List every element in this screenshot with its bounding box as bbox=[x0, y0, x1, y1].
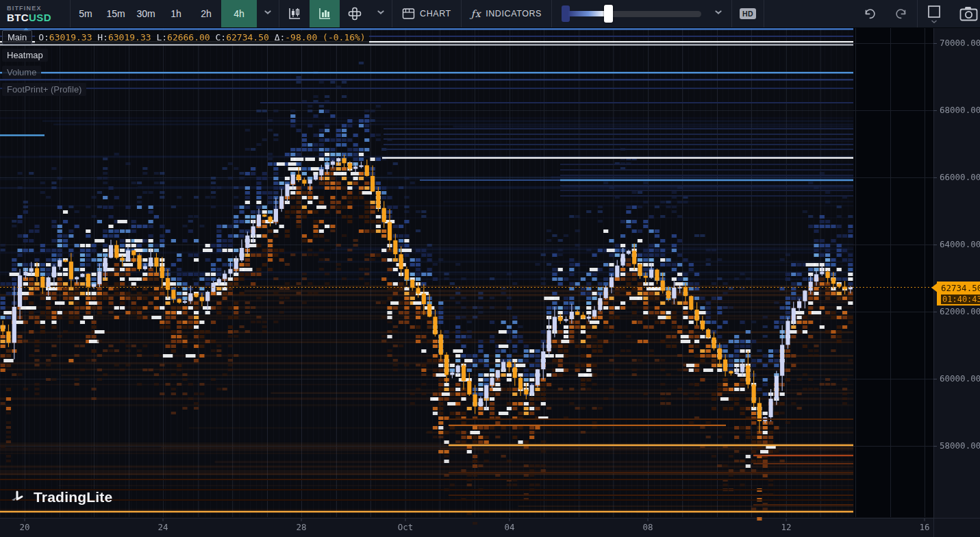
heatmap-chart-type-button[interactable] bbox=[310, 0, 340, 27]
fx-icon: ƒx bbox=[471, 8, 481, 19]
timeframe-5m[interactable]: 5m bbox=[71, 0, 101, 27]
price-tick-label: 68000.00 bbox=[940, 105, 980, 115]
screenshot-button[interactable] bbox=[951, 0, 980, 27]
price-tick bbox=[933, 110, 937, 111]
slider-gradient bbox=[568, 11, 605, 16]
change-value: -98.00 bbox=[285, 32, 317, 42]
heatmap-intensity-slider[interactable] bbox=[562, 5, 705, 23]
price-tick-label: 64000.00 bbox=[940, 239, 980, 249]
price-tick-label: 66000.00 bbox=[940, 172, 980, 182]
low-value: 62666.00 bbox=[167, 32, 210, 42]
price-tick bbox=[933, 177, 937, 178]
chart-type-dropdown-button[interactable] bbox=[370, 0, 392, 27]
change-pct-value: (-0.16%) bbox=[323, 32, 366, 42]
time-tick-label: 20 bbox=[19, 522, 29, 532]
chart-button[interactable]: CHART bbox=[392, 0, 461, 27]
timeframe-4h[interactable]: 4h bbox=[221, 0, 257, 27]
symbol-quote: USD bbox=[29, 12, 51, 23]
redo-button[interactable] bbox=[885, 0, 917, 27]
time-tick-label: Oct bbox=[398, 522, 414, 532]
time-tick-label: 28 bbox=[296, 522, 306, 532]
price-tick bbox=[933, 312, 937, 312]
slider-handle[interactable] bbox=[604, 5, 613, 23]
symbol-pair: BTCUSD bbox=[7, 12, 62, 23]
time-tick-label: 08 bbox=[642, 522, 653, 532]
chevron-down-icon bbox=[264, 12, 271, 16]
toolbar: BITFINEX BTCUSD 5m 15m 30m 1h 2h 4h bbox=[0, 0, 980, 28]
layer-pattern-button[interactable] bbox=[340, 0, 370, 27]
slider-track[interactable] bbox=[605, 11, 701, 17]
hd-toggle-button[interactable]: HD bbox=[732, 0, 764, 27]
layer-heatmap[interactable]: Heatmap bbox=[2, 49, 48, 62]
price-tick bbox=[933, 379, 937, 379]
indicators-button[interactable]: ƒx INDICATORS bbox=[462, 0, 551, 27]
layer-main[interactable]: Main bbox=[2, 30, 32, 45]
layer-footprint[interactable]: FootPrint+ (Profile) bbox=[2, 83, 86, 96]
close-value: 62734.50 bbox=[226, 32, 269, 42]
time-tick-label: 16 bbox=[919, 522, 929, 532]
heatmap-intensity-control bbox=[552, 0, 731, 27]
candlestick-chart-type-button[interactable] bbox=[279, 0, 310, 27]
camera-icon bbox=[959, 6, 980, 21]
timeframe-dropdown-button[interactable] bbox=[257, 0, 279, 27]
histogram-icon bbox=[317, 6, 332, 21]
last-price-value: 62734.50 bbox=[937, 282, 980, 294]
indicators-button-label: INDICATORS bbox=[486, 9, 542, 18]
symbol-selector[interactable]: BITFINEX BTCUSD bbox=[0, 0, 70, 27]
time-tick-label: 24 bbox=[158, 522, 168, 532]
toolbar-spacer bbox=[764, 0, 854, 27]
layer-volume[interactable]: Volume bbox=[2, 66, 41, 79]
watermark-text: TradingLite bbox=[34, 489, 112, 505]
time-tick-label: 04 bbox=[504, 522, 514, 532]
price-tick bbox=[933, 245, 937, 245]
chevron-down-icon bbox=[377, 12, 384, 16]
symbol-base: BTC bbox=[7, 12, 29, 23]
price-tick bbox=[933, 43, 937, 44]
price-tick-label: 58000.00 bbox=[940, 440, 980, 451]
layers-legend: Main O:63019.33 H:63019.33 L:62666.00 C:… bbox=[2, 30, 369, 100]
hd-badge: HD bbox=[740, 8, 756, 19]
timeframe-2h[interactable]: 2h bbox=[191, 0, 221, 27]
price-tick-label: 62000.00 bbox=[940, 306, 980, 316]
high-value: 63019.33 bbox=[108, 32, 151, 42]
tradinglite-logo-icon bbox=[11, 489, 29, 505]
redo-icon bbox=[894, 7, 908, 21]
ohlc-readout: O:63019.33 H:63019.33 L:62666.00 C:62734… bbox=[35, 31, 369, 44]
undo-icon bbox=[863, 7, 877, 21]
price-tick-label: 70000.00 bbox=[940, 38, 980, 48]
pattern-icon bbox=[347, 6, 362, 21]
chart-layout-icon bbox=[402, 8, 415, 20]
candle-countdown: 01:40:43 bbox=[937, 294, 980, 305]
fullscreen-button[interactable] bbox=[918, 0, 951, 27]
last-price-tag: 62734.50 01:40:43 bbox=[937, 282, 980, 305]
timeframe-15m[interactable]: 15m bbox=[101, 0, 131, 27]
tradinglite-watermark: TradingLite bbox=[11, 489, 112, 505]
price-tick-label: 60000.00 bbox=[940, 373, 980, 384]
price-tick bbox=[933, 446, 937, 447]
undo-button[interactable] bbox=[854, 0, 885, 27]
candlestick-icon bbox=[287, 6, 302, 21]
chart-button-label: CHART bbox=[420, 9, 451, 18]
timeframe-1h[interactable]: 1h bbox=[161, 0, 191, 27]
chevron-down-icon[interactable] bbox=[715, 12, 722, 16]
open-value: 63019.33 bbox=[49, 32, 92, 42]
timeframe-30m[interactable]: 30m bbox=[131, 0, 161, 27]
time-tick-label: 12 bbox=[781, 522, 791, 532]
exchange-label: BITFINEX bbox=[7, 5, 62, 12]
fullscreen-icon bbox=[927, 3, 942, 24]
